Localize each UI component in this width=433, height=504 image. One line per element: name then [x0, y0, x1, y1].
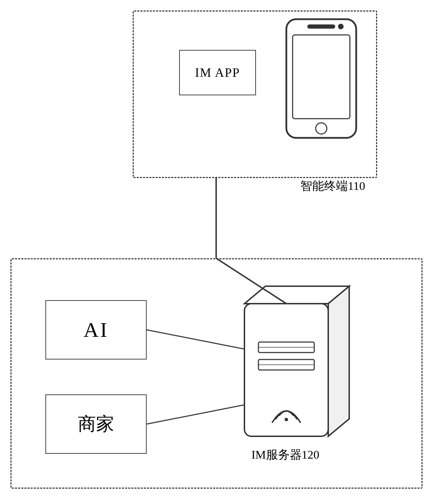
- svg-marker-10: [328, 286, 349, 436]
- svg-line-16: [216, 258, 286, 304]
- svg-rect-2: [307, 24, 335, 29]
- diagram-svg: [0, 0, 433, 504]
- diagram-container: IM APP 智能终端110 AI 商家 IM服务器120: [0, 0, 433, 504]
- svg-point-15: [285, 418, 288, 421]
- svg-point-3: [316, 123, 327, 134]
- svg-point-4: [338, 24, 344, 29]
- svg-rect-1: [293, 35, 350, 119]
